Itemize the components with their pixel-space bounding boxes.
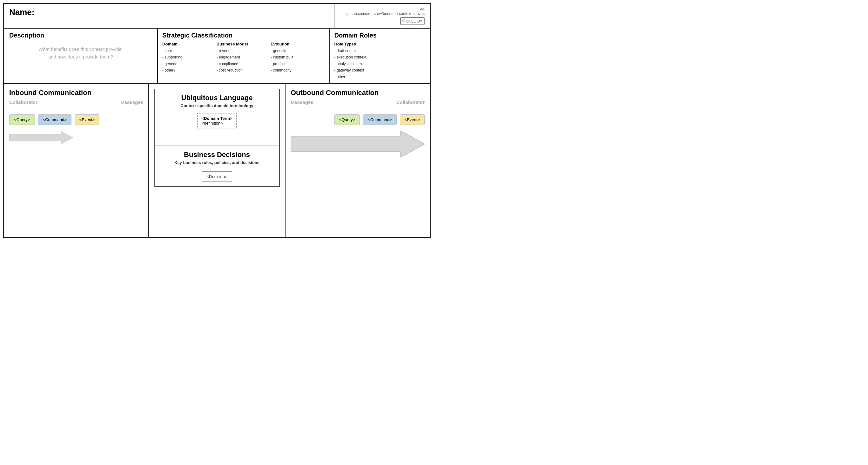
inbound-subheaders: Collaborator Messages xyxy=(9,99,143,105)
strategic-col: Strategic Classification Domain - core -… xyxy=(158,29,330,83)
domain-category: Domain - core - supporting - generic - o… xyxy=(162,41,216,74)
center-inner: Ubiquitous Language Context-specific dom… xyxy=(154,89,280,187)
inbound-chips: <Query> <Command> <Event> xyxy=(9,114,143,125)
description-line1: What benefits does this context provide, xyxy=(38,47,123,52)
domain-roles-title: Domain Roles xyxy=(335,32,425,39)
business-model-category: Business Model - revenue - engagement - … xyxy=(217,41,271,74)
outbound-event-chip: <Event> xyxy=(400,114,425,125)
outbound-chips: <Query> <Command> <Event> xyxy=(290,114,425,125)
domain-term-wrapper: <Domain Term> <definition> xyxy=(159,113,275,135)
domain-roles-col: Domain Roles Role Types - draft context … xyxy=(330,29,430,83)
inbound-event-chip: <Event> xyxy=(75,114,99,125)
svg-marker-0 xyxy=(9,131,73,144)
list-item: - gateway context xyxy=(335,67,425,74)
decision-wrapper: <Decision> xyxy=(159,171,275,182)
business-model-label: Business Model xyxy=(217,41,268,47)
outbound-title: Outbound Communication xyxy=(290,89,425,97)
canvas-wrapper: Name: V4 github.com/ddd-crew/bounded-con… xyxy=(3,3,431,238)
domain-term: <Domain Term> xyxy=(202,116,232,121)
list-item: - engagement xyxy=(217,54,268,60)
business-decisions-box: Business Decisions Key business rules, p… xyxy=(154,146,280,187)
outbound-messages-label: Messages xyxy=(290,99,313,105)
role-types-label: Role Types xyxy=(335,41,425,47)
top-section: Description What benefits does this cont… xyxy=(4,29,430,84)
cc-badge: © ⓘ CC BY xyxy=(400,17,425,25)
bottom-section: Inbound Communication Collaborator Messa… xyxy=(4,84,430,237)
list-item: - cost reduction xyxy=(217,67,268,74)
outbound-arrow xyxy=(290,130,425,157)
inbound-collaborator-label: Collaborator xyxy=(9,99,37,105)
list-item: - generic xyxy=(162,61,214,67)
list-item: - supporting xyxy=(162,54,214,60)
cc-label: CC BY xyxy=(411,19,423,24)
list-item: - custom built xyxy=(271,54,322,60)
inbound-title: Inbound Communication xyxy=(9,89,143,97)
strategic-title: Strategic Classification xyxy=(162,32,324,39)
list-item: - other xyxy=(335,74,425,80)
decision-box: <Decision> xyxy=(202,171,232,182)
outbound-query-chip: <Query> xyxy=(335,114,360,125)
github-link: github.com/ddd-crew/bounded-context-canv… xyxy=(346,11,425,16)
outbound-col: Outbound Communication Messages Collabor… xyxy=(285,84,430,237)
header-row: Name: V4 github.com/ddd-crew/bounded-con… xyxy=(4,4,430,29)
list-item: - commodity xyxy=(271,67,322,74)
list-item: - revenue xyxy=(217,48,268,54)
inbound-messages-label: Messages xyxy=(120,99,143,105)
role-types-list: - draft context - execution context - an… xyxy=(335,48,425,80)
ubiquitous-box: Ubiquitous Language Context-specific dom… xyxy=(154,89,280,146)
svg-marker-1 xyxy=(290,130,425,157)
list-item: - analysis context xyxy=(335,61,425,67)
evolution-category: Evolution - genesis - custom built - pro… xyxy=(271,41,324,74)
domain-term-box: <Domain Term> <definition> xyxy=(197,113,236,128)
description-col: Description What benefits does this cont… xyxy=(4,29,158,83)
evolution-list: - genesis - custom built - product - com… xyxy=(271,48,322,74)
inbound-col: Inbound Communication Collaborator Messa… xyxy=(4,84,149,237)
header-meta: V4 github.com/ddd-crew/bounded-context-c… xyxy=(335,4,430,28)
name-label: Name: xyxy=(9,7,34,17)
outbound-collaborator-label: Collaborator xyxy=(396,99,425,105)
center-col: Ubiquitous Language Context-specific dom… xyxy=(149,84,285,237)
list-item: - core xyxy=(162,48,214,54)
business-decisions-subtitle: Key business rules, policies, and decisi… xyxy=(159,160,275,165)
description-placeholder: What benefits does this context provide,… xyxy=(9,46,152,61)
inbound-query-chip: <Query> xyxy=(9,114,35,125)
ubiquitous-subtitle: Context-specific domain terminology xyxy=(159,103,275,108)
inbound-arrow xyxy=(9,130,73,145)
evolution-label: Evolution xyxy=(271,41,322,47)
outbound-subheaders: Messages Collaborator xyxy=(290,99,425,105)
version-label: V4 xyxy=(420,7,425,11)
strategic-inner: Domain - core - supporting - generic - o… xyxy=(162,41,324,74)
business-model-list: - revenue - engagement - compliance - co… xyxy=(217,48,268,74)
domain-list: - core - supporting - generic - other? xyxy=(162,48,214,74)
list-item: - other? xyxy=(162,67,214,74)
domain-definition: <definition> xyxy=(202,121,232,125)
ubiquitous-title: Ubiquitous Language xyxy=(159,94,275,102)
business-decisions-title: Business Decisions xyxy=(159,151,275,159)
list-item: - execution context xyxy=(335,54,425,60)
description-line2: and how does it provide them? xyxy=(48,54,113,59)
description-title: Description xyxy=(9,32,152,39)
inbound-command-chip: <Command> xyxy=(38,114,71,125)
list-item: - genesis xyxy=(271,48,322,54)
list-item: - compliance xyxy=(217,61,268,67)
outbound-command-chip: <Command> xyxy=(363,114,396,125)
cc-icon: © ⓘ xyxy=(402,19,410,24)
canvas-name: Name: xyxy=(4,4,335,28)
list-item: - draft context xyxy=(335,48,425,54)
list-item: - product xyxy=(271,61,322,67)
domain-label: Domain xyxy=(162,41,214,47)
